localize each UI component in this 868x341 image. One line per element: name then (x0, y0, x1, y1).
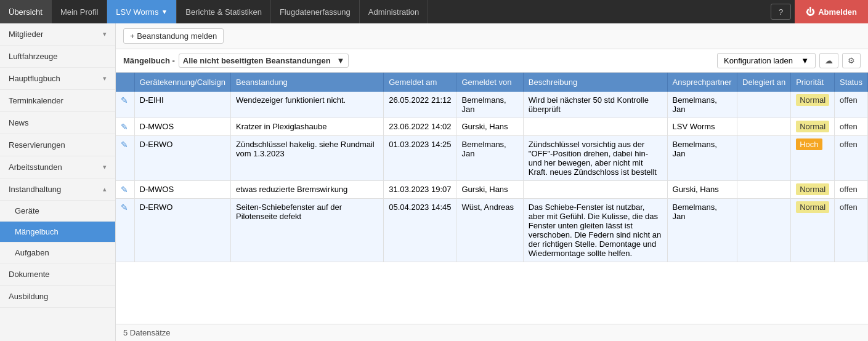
callsign-cell: D-ERWO (134, 199, 230, 262)
help-button[interactable]: ? (771, 4, 791, 20)
prioritaet-cell: Normal (791, 118, 835, 136)
table-row: ✎ D-ERWO Seiten-Schiebefenster auf der P… (116, 199, 868, 262)
nav-spacer (428, 0, 767, 23)
col-ansprechpartner: Ansprechpartner (667, 73, 737, 92)
nav-administration[interactable]: Administration (360, 0, 428, 23)
prioritaet-cell: Normal (791, 181, 835, 199)
ansprechpartner-cell: Bemelmans, Jan (667, 199, 737, 262)
col-status: Status (835, 73, 868, 92)
gemeldet-von-cell: Bemelmans, Jan (456, 92, 523, 118)
delegiert-an-cell (737, 92, 791, 118)
ansprechpartner-cell: LSV Worms (667, 118, 737, 136)
filter-label-group: Mängelbuch - Alle nicht beseitigten Bean… (123, 54, 349, 68)
table-row: ✎ D-ERWO Zündschlüssel hakelig. siehe Ru… (116, 136, 868, 181)
status-text: offen (840, 203, 858, 212)
power-icon: ⏻ (806, 7, 814, 17)
filter-dropdown[interactable]: Alle nicht beseitigten Beanstandungen ▼ (179, 54, 349, 68)
delegiert-an-cell (737, 199, 791, 262)
col-geraetekennung: Gerätekennung/Callsign (134, 73, 230, 92)
col-gemeldet-am: Gemeldet am (384, 73, 456, 92)
sidebar-item-arbeitsstunden[interactable]: Arbeitsstunden ▾ (0, 156, 115, 179)
delegiert-an-cell (737, 118, 791, 136)
col-edit (116, 73, 134, 92)
beschreibung-cell: Das Schiebe-Fenster ist nutzbar, aber mi… (523, 199, 667, 262)
data-table-container: Gerätekennung/Callsign Beanstandung Geme… (116, 73, 868, 324)
abmelden-button[interactable]: ⏻ Abmelden (795, 0, 868, 23)
sidebar-item-gerate[interactable]: Geräte (0, 201, 115, 222)
beanstandung-cell: Kratzer in Plexiglashaube (230, 118, 383, 136)
beanstandung-cell: Seiten-Schiebefenster auf der Pilotensei… (230, 199, 383, 262)
status-text: offen (840, 95, 858, 105)
edit-cell[interactable]: ✎ (116, 199, 134, 262)
sidebar-item-instandhaltung[interactable]: Instandhaltung ▴ (0, 179, 115, 201)
col-gemeldet-von: Gemeldet von (456, 73, 523, 92)
col-prioritaet: Priorität (791, 73, 835, 92)
sidebar-item-ausbildung[interactable]: Ausbildung (0, 286, 115, 308)
toolbar: + Beanstandung melden (116, 23, 868, 49)
edit-icon[interactable]: ✎ (121, 185, 128, 195)
edit-icon[interactable]: ✎ (121, 95, 128, 105)
ansprechpartner-cell: Bemelmans, Jan (667, 92, 737, 118)
nav-flugdaten[interactable]: Flugdatenerfassung (271, 0, 360, 23)
sidebar-item-hauptflugbuch[interactable]: Hauptflugbuch ▾ (0, 68, 115, 90)
edit-icon[interactable]: ✎ (121, 203, 128, 212)
edit-icon[interactable]: ✎ (121, 140, 128, 150)
col-beanstandung: Beanstandung (230, 73, 383, 92)
table-row: ✎ D-MWOS etwas reduzierte Bremswirkung 3… (116, 181, 868, 199)
chevron-down-icon: ▾ (103, 30, 107, 38)
beanstandung-cell: Wendezeiger funktioniert nicht. (230, 92, 383, 118)
sidebar-item-dokumente[interactable]: Dokumente (0, 263, 115, 286)
table-row: ✎ D-EIHI Wendezeiger funktioniert nicht.… (116, 92, 868, 118)
table-footer: 5 Datensätze (116, 324, 868, 341)
status-text: offen (840, 140, 858, 149)
priority-badge: Normal (796, 121, 829, 132)
sidebar-item-news[interactable]: News (0, 112, 115, 134)
edit-icon[interactable]: ✎ (121, 122, 128, 132)
col-delegiert-an: Delegiert an (737, 73, 791, 92)
nav-berichte[interactable]: Berichte & Statistiken (177, 0, 271, 23)
edit-cell[interactable]: ✎ (116, 181, 134, 199)
edit-cell[interactable]: ✎ (116, 136, 134, 181)
gemeldet-von-cell: Gurski, Hans (456, 181, 523, 199)
chevron-up-icon: ▴ (103, 185, 107, 193)
gemeldet-am-cell: 23.06.2022 14:02 (384, 118, 456, 136)
delegiert-an-cell (737, 181, 791, 199)
nav-lsv-worms[interactable]: LSV Worms ▼ (107, 0, 177, 23)
ansprechpartner-cell: Gurski, Hans (667, 181, 737, 199)
cloud-upload-button[interactable]: ☁ (819, 53, 838, 68)
beanstandung-cell: Zündschlüssel hakelig. siehe Rundmail vo… (230, 136, 383, 181)
sidebar-item-luftfahrzeuge[interactable]: Luftfahrzeuge (0, 46, 115, 68)
beschreibung-cell (523, 181, 667, 199)
priority-badge: Hoch (796, 138, 822, 150)
status-cell: offen (835, 136, 868, 181)
callsign-cell: D-MWOS (134, 181, 230, 199)
gemeldet-von-cell: Gurski, Hans (456, 118, 523, 136)
status-text: offen (840, 185, 858, 194)
mangelbuch-table: Gerätekennung/Callsign Beanstandung Geme… (116, 73, 868, 262)
gemeldet-am-cell: 26.05.2022 21:12 (384, 92, 456, 118)
sidebar-item-aufgaben[interactable]: Aufgaben (0, 243, 115, 263)
record-count: 5 Datensätze (123, 328, 171, 337)
beschreibung-cell: Zündschlüssel vorsichtig aus der "OFF"-P… (523, 136, 667, 181)
sidebar: Mitglieder ▾ Luftfahrzeuge Hauptflugbuch… (0, 23, 116, 341)
chevron-down-icon: ▼ (161, 8, 168, 15)
cloud-icon: ☁ (825, 56, 833, 65)
main-layout: Mitglieder ▾ Luftfahrzeuge Hauptflugbuch… (0, 23, 868, 341)
konfiguration-dropdown[interactable]: Konfiguration laden ▼ (717, 53, 816, 68)
prioritaet-cell: Normal (791, 92, 835, 118)
edit-cell[interactable]: ✎ (116, 92, 134, 118)
add-beanstandung-button[interactable]: + Beanstandung melden (123, 28, 224, 44)
sidebar-item-mangelbuch[interactable]: Mängelbuch (0, 222, 115, 243)
settings-button[interactable]: ⚙ (842, 53, 861, 68)
sidebar-item-reservierungen[interactable]: Reservierungen (0, 134, 115, 156)
table-header-row: Gerätekennung/Callsign Beanstandung Geme… (116, 73, 868, 92)
nav-ubersicht[interactable]: Übersicht (0, 0, 52, 23)
prioritaet-cell: Hoch (791, 136, 835, 181)
sidebar-item-mitglieder[interactable]: Mitglieder ▾ (0, 23, 115, 46)
edit-cell[interactable]: ✎ (116, 118, 134, 136)
nav-mein-profil[interactable]: Mein Profil (52, 0, 107, 23)
sidebar-item-terminkalender[interactable]: Terminkalender (0, 90, 115, 112)
top-navigation: Übersicht Mein Profil LSV Worms ▼ Berich… (0, 0, 868, 23)
chevron-down-icon: ▼ (801, 56, 809, 65)
callsign-cell: D-MWOS (134, 118, 230, 136)
